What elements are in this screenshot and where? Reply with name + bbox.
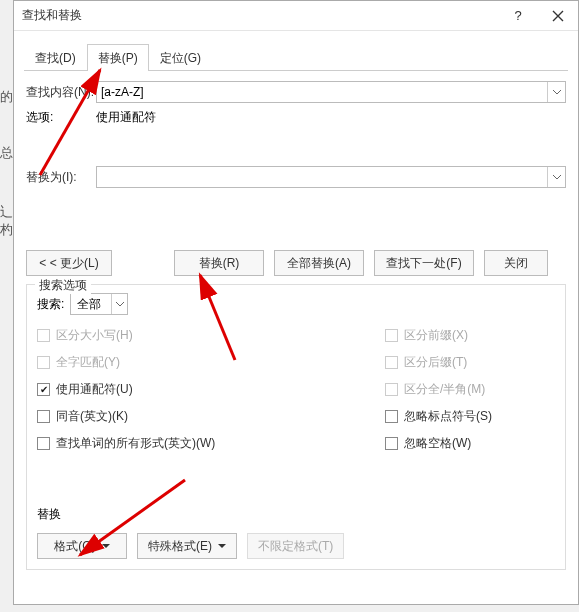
checkbox-icon [385,410,398,423]
close-icon [552,10,564,22]
chevron-down-icon[interactable] [111,294,127,314]
tab-goto[interactable]: 定位(G) [149,44,212,71]
replace-input[interactable] [96,166,566,188]
bg-text: 杓 [0,221,13,239]
search-direction-value: 全部 [71,296,111,313]
find-input[interactable]: [a-zA-Z] [96,81,566,103]
close-button[interactable] [538,1,578,31]
less-button[interactable]: < < 更少(L) [26,250,112,276]
dialog-title: 查找和替换 [22,7,498,24]
titlebar: 查找和替换 ? [14,1,578,31]
tab-find[interactable]: 查找(D) [24,44,87,71]
prefix-checkbox: 区分前缀(X) [385,327,555,344]
match-case-checkbox: 区分大小写(H) [37,327,385,344]
options-label: 选项: [26,109,96,126]
checkbox-icon [37,356,50,369]
bg-text: 的 [0,88,13,106]
checkbox-icon [385,329,398,342]
tabstrip: 查找(D) 替换(P) 定位(G) [24,43,568,71]
checkbox-icon [385,356,398,369]
find-value[interactable]: [a-zA-Z] [97,85,547,99]
chevron-down-icon[interactable] [547,167,565,187]
search-options-legend: 搜索选项 [35,277,91,294]
no-format-button: 不限定格式(T) [247,533,344,559]
find-replace-dialog: 查找和替换 ? 查找(D) 替换(P) 定位(G) 查找内容(N): [a-zA… [13,0,579,605]
checkbox-icon [385,437,398,450]
dialog-body: 查找内容(N): [a-zA-Z] 选项: 使用通配符 替换为(I): [14,71,578,582]
checkbox-icon [37,329,50,342]
checkbox-icon [37,383,50,396]
chevron-down-icon[interactable] [547,82,565,102]
sounds-like-checkbox[interactable]: 同音(英文)(K) [37,408,385,425]
replace-button[interactable]: 替换(R) [174,250,264,276]
find-next-button[interactable]: 查找下一处(F) [374,250,474,276]
close-dialog-button[interactable]: 关闭 [484,250,548,276]
format-button[interactable]: 格式(O) [37,533,127,559]
space-checkbox[interactable]: 忽略空格(W) [385,435,555,452]
tab-replace[interactable]: 替换(P) [87,44,149,71]
whole-word-checkbox: 全字匹配(Y) [37,354,385,371]
width-checkbox: 区分全/半角(M) [385,381,555,398]
bg-text: 辶 [0,203,13,221]
action-buttons: < < 更少(L) 替换(R) 全部替换(A) 查找下一处(F) 关闭 [26,250,566,276]
options-value: 使用通配符 [96,109,156,126]
special-format-button[interactable]: 特殊格式(E) [137,533,237,559]
search-direction-select[interactable]: 全部 [70,293,128,315]
replace-all-button[interactable]: 全部替换(A) [274,250,364,276]
all-forms-checkbox[interactable]: 查找单词的所有形式(英文)(W) [37,435,385,452]
wildcards-checkbox[interactable]: 使用通配符(U) [37,381,385,398]
find-label: 查找内容(N): [26,84,96,101]
checkbox-icon [385,383,398,396]
help-button[interactable]: ? [498,1,538,31]
search-direction-label: 搜索: [37,296,64,313]
punct-checkbox[interactable]: 忽略标点符号(S) [385,408,555,425]
search-options-group: 搜索选项 搜索: 全部 区分大小写(H) [26,284,566,570]
bottom-section-label: 替换 [37,506,555,523]
bg-text: 总 [0,144,13,162]
checkbox-icon [37,410,50,423]
checkbox-icon [37,437,50,450]
replace-label: 替换为(I): [26,169,96,186]
suffix-checkbox: 区分后缀(T) [385,354,555,371]
